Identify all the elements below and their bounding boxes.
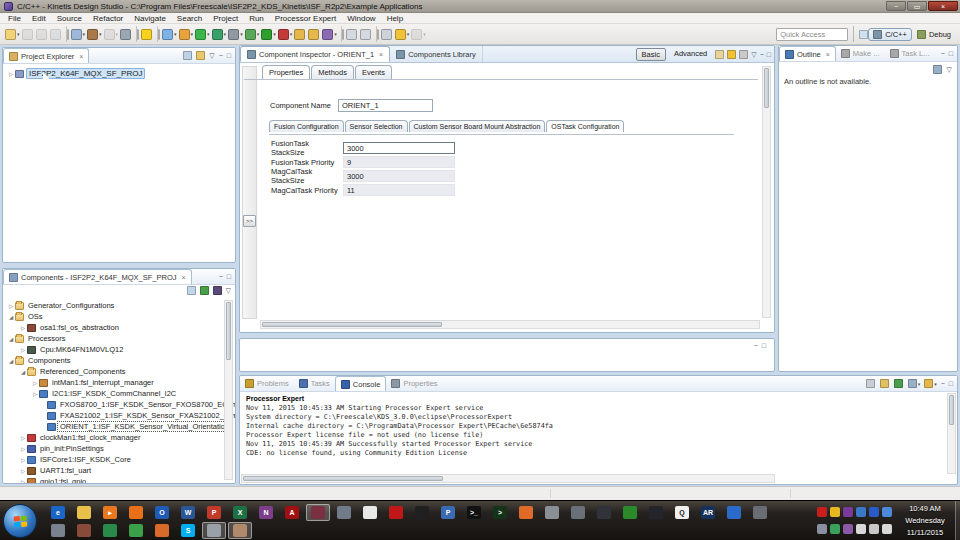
console-area-tab[interactable]: Tasks	[294, 376, 335, 391]
tree-item[interactable]: FXAS21002_1:ISF_KSDK_Sensor_FXAS21002_Gy…	[5, 410, 223, 421]
perforce-icon[interactable]: P	[436, 504, 460, 521]
twisty-icon[interactable]: ▷	[19, 479, 27, 485]
toggle-annotations-icon[interactable]	[345, 26, 359, 43]
open-perspective-icon[interactable]	[859, 30, 868, 39]
internet-explorer-icon[interactable]: e	[46, 504, 70, 521]
wrench-tools-icon[interactable]	[72, 522, 96, 539]
new-project-icon[interactable]: ▾	[161, 26, 178, 43]
volume-tray-icon[interactable]	[882, 524, 892, 534]
maximize-icon[interactable]: □	[949, 50, 953, 57]
console-area-tab[interactable]: Properties	[386, 376, 442, 391]
antivirus-tray-icon[interactable]	[817, 507, 827, 517]
console-area-tab[interactable]: Problems	[240, 376, 294, 391]
menu-item[interactable]: Search	[177, 14, 202, 23]
view-menu-icon[interactable]: ▽	[209, 52, 214, 60]
windows-explorer-icon[interactable]	[72, 504, 96, 521]
close-icon[interactable]: ×	[826, 51, 830, 58]
tree-item[interactable]: ◢ Referenced_Components	[5, 366, 223, 377]
twisty-icon[interactable]: ◢	[19, 369, 27, 375]
run-icon[interactable]: ▾	[260, 26, 277, 43]
onenote-icon[interactable]: N	[254, 504, 278, 521]
tortoise-svn-icon[interactable]	[98, 522, 122, 539]
search-tool-icon[interactable]: Q	[670, 504, 694, 521]
tree-item[interactable]: ▷ pin_init:PinSettings	[5, 443, 223, 454]
menu-item[interactable]: File	[8, 14, 21, 23]
menu-item[interactable]: Refactor	[93, 14, 123, 23]
property-value-field[interactable]: 11	[343, 184, 455, 196]
twisty-icon[interactable]: ▷	[31, 391, 39, 397]
settings-gear-icon[interactable]: ▾	[227, 26, 244, 43]
component-repository-icon[interactable]	[213, 286, 222, 295]
inspector-view-tab[interactable]: Methods	[311, 65, 354, 79]
tab-components[interactable]: Components - ISF2P2_K64F_MQX_SF_PROJ ×	[3, 269, 192, 284]
tree-item[interactable]: ▷ Generator_Configurations	[5, 300, 223, 311]
scrollbar-thumb[interactable]	[949, 395, 954, 425]
notepad-icon[interactable]	[358, 504, 382, 521]
media-player-icon[interactable]: ▸	[98, 504, 122, 521]
coverage-icon[interactable]: ▾	[211, 26, 228, 43]
minimize-icon[interactable]: −	[941, 380, 945, 387]
generate-code-icon[interactable]	[140, 26, 154, 43]
console-area-tab[interactable]: Console	[335, 376, 387, 391]
new-wizard-icon[interactable]: ▾	[4, 26, 21, 43]
inspector-vertical-scrollbar[interactable]	[762, 66, 771, 318]
taskbar-clock[interactable]: 10:49 AM Wednesday 11/11/2015	[898, 503, 952, 539]
scroll-lock-icon[interactable]	[880, 379, 889, 388]
tab-project-explorer[interactable]: Project Explorer ×	[3, 48, 89, 63]
property-value-field[interactable]: 3000	[343, 142, 455, 154]
back-icon[interactable]: ▾	[394, 26, 411, 43]
view-menu-icon[interactable]: ▽	[947, 66, 952, 74]
scrollbar-thumb[interactable]	[226, 302, 231, 360]
inspector-view-tab[interactable]: Properties	[262, 65, 310, 79]
open-console-icon[interactable]	[924, 379, 933, 388]
close-icon[interactable]: ×	[181, 274, 185, 281]
console-horizontal-scrollbar[interactable]	[241, 474, 775, 483]
search-icon[interactable]: ▾	[321, 26, 338, 43]
utility-app-icon[interactable]	[514, 504, 538, 521]
sync-tray-icon[interactable]	[882, 507, 892, 517]
tab-task-list[interactable]: Task L...	[885, 46, 935, 61]
property-value-field[interactable]: 9	[343, 156, 455, 168]
debug-icon[interactable]: ▾	[244, 26, 261, 43]
kds-installer-icon[interactable]	[384, 504, 408, 521]
outlook-icon[interactable]: O	[150, 504, 174, 521]
tab-component-inspector[interactable]: Component Inspector - ORIENT_1 ×	[240, 46, 390, 62]
powerpoint-icon[interactable]: P	[202, 504, 226, 521]
menu-item[interactable]: Navigate	[134, 14, 166, 23]
scrollbar-thumb[interactable]	[764, 68, 769, 108]
scrollbar-thumb[interactable]	[243, 476, 443, 481]
basic-button[interactable]: Basic	[636, 48, 666, 61]
build-all-icon[interactable]: ▾	[103, 26, 120, 43]
close-icon[interactable]: ×	[379, 51, 383, 58]
tree-item[interactable]: ▷ gpio1:fsl_gpio	[5, 476, 223, 484]
vm-app-icon[interactable]	[124, 522, 148, 539]
clear-console-icon[interactable]	[866, 379, 875, 388]
twisty-icon[interactable]: ▷	[19, 347, 27, 353]
twisty-icon[interactable]: ▷	[31, 380, 39, 386]
twisty-icon[interactable]: ▷	[19, 457, 27, 463]
refactor-knife-icon[interactable]	[119, 26, 133, 43]
save-all-icon[interactable]	[35, 26, 49, 43]
menu-item[interactable]: Window	[347, 14, 375, 23]
firefox-icon[interactable]	[124, 504, 148, 521]
purple-app-tray-icon[interactable]	[843, 507, 853, 517]
twisty-icon[interactable]: ▷	[19, 468, 27, 474]
link-with-editor-icon[interactable]	[196, 51, 205, 60]
skype-icon[interactable]: S	[176, 522, 200, 539]
tree-item[interactable]: ▷ osa1:fsl_os_abstraction	[5, 322, 223, 333]
menu-item[interactable]: Edit	[32, 14, 46, 23]
acrobat-icon[interactable]: A	[280, 504, 304, 521]
tree-item[interactable]: ▷ intMan1:fsl_interrupt_manager	[5, 377, 223, 388]
maximize-icon[interactable]: □	[227, 273, 231, 280]
dark-box-app-icon[interactable]	[592, 504, 616, 521]
maximize-window-button[interactable]: ▭	[907, 1, 927, 11]
shield-tray-icon[interactable]	[830, 507, 840, 517]
ar-tool-icon[interactable]: AR	[696, 504, 720, 521]
tree-item[interactable]: ▷ I2C1:ISF_KSDK_CommChannel_I2C	[5, 388, 223, 399]
last-edit-location-icon[interactable]	[380, 26, 394, 43]
tree-item[interactable]: ORIENT_1:ISF_KSDK_Sensor_Virtual_Orienta…	[5, 421, 223, 432]
config-tab[interactable]: OSTask Configuration	[546, 120, 624, 132]
components-scrollbar[interactable]	[224, 300, 233, 480]
twisty-icon[interactable]: ◢	[7, 336, 15, 342]
kinetis-design-studio-icon[interactable]	[306, 504, 330, 521]
